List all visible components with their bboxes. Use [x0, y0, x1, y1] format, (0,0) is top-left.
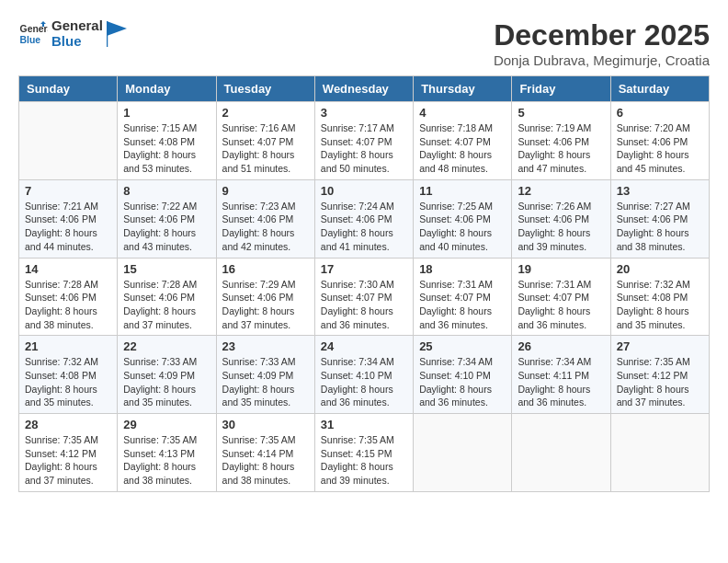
- day-info: Sunrise: 7:34 AMSunset: 4:10 PMDaylight:…: [419, 355, 506, 409]
- calendar-cell-w1-d5: 4Sunrise: 7:18 AMSunset: 4:07 PMDaylight…: [414, 102, 512, 180]
- calendar-cell-w4-d7: 27Sunrise: 7:35 AMSunset: 4:12 PMDayligh…: [610, 336, 709, 414]
- day-number: 12: [518, 184, 604, 198]
- calendar-cell-w3-d6: 19Sunrise: 7:31 AMSunset: 4:07 PMDayligh…: [512, 258, 610, 336]
- week-row-1: 1Sunrise: 7:15 AMSunset: 4:08 PMDaylight…: [19, 102, 710, 180]
- day-info: Sunrise: 7:28 AMSunset: 4:06 PMDaylight:…: [123, 278, 210, 332]
- day-info: Sunrise: 7:33 AMSunset: 4:09 PMDaylight:…: [222, 355, 309, 409]
- day-info: Sunrise: 7:30 AMSunset: 4:07 PMDaylight:…: [321, 278, 407, 332]
- svg-marker-3: [107, 21, 127, 36]
- logo-flag-icon: [107, 21, 127, 47]
- calendar-cell-w5-d2: 29Sunrise: 7:35 AMSunset: 4:13 PMDayligh…: [118, 414, 216, 492]
- day-number: 4: [419, 106, 506, 120]
- day-number: 9: [222, 184, 309, 198]
- day-info: Sunrise: 7:31 AMSunset: 4:07 PMDaylight:…: [419, 278, 506, 332]
- day-number: 19: [518, 262, 604, 276]
- calendar-cell-w2-d3: 9Sunrise: 7:23 AMSunset: 4:06 PMDaylight…: [216, 179, 314, 258]
- calendar-cell-w5-d4: 31Sunrise: 7:35 AMSunset: 4:15 PMDayligh…: [314, 414, 413, 492]
- day-number: 18: [419, 262, 506, 276]
- calendar-cell-w4-d1: 21Sunrise: 7:32 AMSunset: 4:08 PMDayligh…: [19, 336, 118, 414]
- day-number: 14: [25, 262, 111, 276]
- day-number: 5: [518, 106, 604, 120]
- calendar-cell-w3-d4: 17Sunrise: 7:30 AMSunset: 4:07 PMDayligh…: [314, 258, 413, 336]
- day-info: Sunrise: 7:34 AMSunset: 4:11 PMDaylight:…: [518, 355, 604, 409]
- day-info: Sunrise: 7:32 AMSunset: 4:08 PMDaylight:…: [25, 355, 111, 409]
- logo-general-text: General: [51, 18, 103, 34]
- day-info: Sunrise: 7:15 AMSunset: 4:08 PMDaylight:…: [123, 121, 210, 176]
- calendar-cell-w1-d4: 3Sunrise: 7:17 AMSunset: 4:07 PMDaylight…: [314, 102, 413, 180]
- day-info: Sunrise: 7:19 AMSunset: 4:06 PMDaylight:…: [518, 121, 604, 176]
- calendar-cell-w2-d2: 8Sunrise: 7:22 AMSunset: 4:06 PMDaylight…: [118, 179, 216, 258]
- day-number: 3: [321, 106, 407, 120]
- day-number: 6: [617, 106, 703, 120]
- calendar-cell-w3-d7: 20Sunrise: 7:32 AMSunset: 4:08 PMDayligh…: [610, 258, 709, 336]
- calendar-cell-w1-d2: 1Sunrise: 7:15 AMSunset: 4:08 PMDaylight…: [118, 102, 216, 180]
- calendar-cell-w3-d5: 18Sunrise: 7:31 AMSunset: 4:07 PMDayligh…: [414, 258, 512, 336]
- day-info: Sunrise: 7:35 AMSunset: 4:12 PMDaylight:…: [25, 433, 111, 488]
- day-info: Sunrise: 7:29 AMSunset: 4:06 PMDaylight:…: [222, 278, 309, 332]
- calendar-cell-w3-d1: 14Sunrise: 7:28 AMSunset: 4:06 PMDayligh…: [19, 258, 118, 336]
- col-saturday: Saturday: [610, 76, 709, 102]
- col-monday: Monday: [118, 76, 216, 102]
- calendar-cell-w1-d6: 5Sunrise: 7:19 AMSunset: 4:06 PMDaylight…: [512, 102, 610, 180]
- day-number: 25: [419, 339, 506, 353]
- calendar-cell-w5-d1: 28Sunrise: 7:35 AMSunset: 4:12 PMDayligh…: [19, 414, 118, 492]
- day-info: Sunrise: 7:35 AMSunset: 4:13 PMDaylight:…: [123, 433, 210, 488]
- day-info: Sunrise: 7:28 AMSunset: 4:06 PMDaylight:…: [25, 278, 111, 332]
- calendar-cell-w2-d5: 11Sunrise: 7:25 AMSunset: 4:06 PMDayligh…: [414, 179, 512, 258]
- day-number: 29: [123, 418, 210, 431]
- day-info: Sunrise: 7:33 AMSunset: 4:09 PMDaylight:…: [123, 355, 210, 409]
- svg-text:Blue: Blue: [20, 34, 41, 44]
- week-row-5: 28Sunrise: 7:35 AMSunset: 4:12 PMDayligh…: [19, 414, 710, 492]
- calendar-cell-w5-d3: 30Sunrise: 7:35 AMSunset: 4:14 PMDayligh…: [216, 414, 314, 492]
- day-info: Sunrise: 7:18 AMSunset: 4:07 PMDaylight:…: [419, 121, 506, 176]
- day-number: 21: [25, 339, 111, 353]
- calendar-cell-w2-d1: 7Sunrise: 7:21 AMSunset: 4:06 PMDaylight…: [19, 179, 118, 258]
- day-info: Sunrise: 7:27 AMSunset: 4:06 PMDaylight:…: [617, 200, 703, 254]
- day-number: 23: [222, 339, 309, 353]
- logo-icon: General Blue: [18, 19, 48, 49]
- calendar-cell-w2-d7: 13Sunrise: 7:27 AMSunset: 4:06 PMDayligh…: [610, 179, 709, 258]
- col-tuesday: Tuesday: [216, 76, 314, 102]
- day-info: Sunrise: 7:23 AMSunset: 4:06 PMDaylight:…: [222, 200, 309, 254]
- day-number: 1: [123, 106, 210, 120]
- day-info: Sunrise: 7:32 AMSunset: 4:08 PMDaylight:…: [617, 278, 703, 332]
- day-number: 31: [321, 418, 407, 431]
- day-number: 27: [617, 339, 703, 353]
- location-subtitle: Donja Dubrava, Megimurje, Croatia: [494, 52, 710, 68]
- col-sunday: Sunday: [19, 76, 118, 102]
- day-number: 15: [123, 262, 210, 276]
- calendar-cell-w5-d5: [414, 414, 512, 492]
- calendar-cell-w2-d4: 10Sunrise: 7:24 AMSunset: 4:06 PMDayligh…: [314, 179, 413, 258]
- col-thursday: Thursday: [414, 76, 512, 102]
- day-number: 17: [321, 262, 407, 276]
- calendar-cell-w4-d6: 26Sunrise: 7:34 AMSunset: 4:11 PMDayligh…: [512, 336, 610, 414]
- page-header: General Blue General Blue December 2025 …: [18, 18, 710, 68]
- col-wednesday: Wednesday: [314, 76, 413, 102]
- calendar-header-row: Sunday Monday Tuesday Wednesday Thursday…: [19, 76, 710, 102]
- day-number: 2: [222, 106, 309, 120]
- day-info: Sunrise: 7:34 AMSunset: 4:10 PMDaylight:…: [321, 355, 407, 409]
- week-row-2: 7Sunrise: 7:21 AMSunset: 4:06 PMDaylight…: [19, 179, 710, 258]
- col-friday: Friday: [512, 76, 610, 102]
- day-number: 13: [617, 184, 703, 198]
- logo: General Blue General Blue: [18, 18, 127, 49]
- day-info: Sunrise: 7:17 AMSunset: 4:07 PMDaylight:…: [321, 121, 407, 176]
- day-number: 28: [25, 418, 111, 431]
- day-number: 20: [617, 262, 703, 276]
- calendar-cell-w1-d7: 6Sunrise: 7:20 AMSunset: 4:06 PMDaylight…: [610, 102, 709, 180]
- calendar-cell-w5-d7: [610, 414, 709, 492]
- day-info: Sunrise: 7:25 AMSunset: 4:06 PMDaylight:…: [419, 200, 506, 254]
- week-row-3: 14Sunrise: 7:28 AMSunset: 4:06 PMDayligh…: [19, 258, 710, 336]
- calendar-cell-w4-d2: 22Sunrise: 7:33 AMSunset: 4:09 PMDayligh…: [118, 336, 216, 414]
- day-number: 7: [25, 184, 111, 198]
- day-number: 16: [222, 262, 309, 276]
- day-info: Sunrise: 7:35 AMSunset: 4:12 PMDaylight:…: [617, 355, 703, 409]
- calendar-cell-w3-d3: 16Sunrise: 7:29 AMSunset: 4:06 PMDayligh…: [216, 258, 314, 336]
- calendar-cell-w5-d6: [512, 414, 610, 492]
- day-info: Sunrise: 7:26 AMSunset: 4:06 PMDaylight:…: [518, 200, 604, 254]
- day-info: Sunrise: 7:21 AMSunset: 4:06 PMDaylight:…: [25, 200, 111, 254]
- day-info: Sunrise: 7:35 AMSunset: 4:15 PMDaylight:…: [321, 433, 407, 488]
- day-number: 22: [123, 339, 210, 353]
- calendar-cell-w4-d5: 25Sunrise: 7:34 AMSunset: 4:10 PMDayligh…: [414, 336, 512, 414]
- title-block: December 2025 Donja Dubrava, Megimurje, …: [494, 18, 710, 68]
